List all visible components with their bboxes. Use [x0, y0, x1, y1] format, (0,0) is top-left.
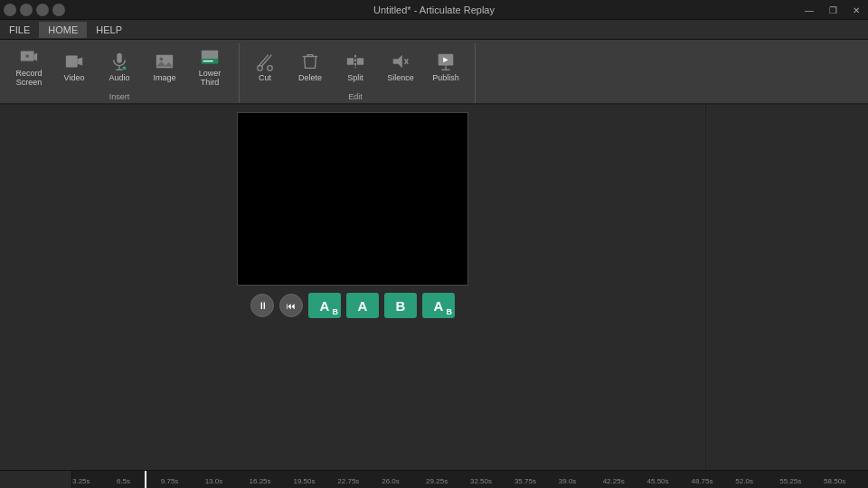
svg-rect-5: [117, 53, 122, 63]
lower-third-button[interactable]: Lower Third: [188, 44, 231, 89]
restore-button[interactable]: ❐: [821, 0, 844, 20]
pause-button[interactable]: ⏸: [250, 294, 274, 317]
video-button[interactable]: Video: [52, 44, 96, 89]
silence-button[interactable]: Silence: [379, 44, 422, 89]
svg-rect-20: [357, 58, 363, 64]
window-icon3: [36, 4, 49, 16]
caption-b-button[interactable]: B: [384, 293, 417, 318]
caption-a-letter-3: A: [434, 298, 444, 314]
split-label: Split: [347, 74, 363, 83]
edit-group-label: Edit: [243, 92, 467, 101]
caption-ab-button-1[interactable]: A B: [308, 293, 341, 318]
svg-point-16: [268, 66, 273, 71]
publish-label: Publish: [432, 74, 459, 83]
time-mark-7: 26.0s: [382, 477, 400, 485]
svg-point-8: [123, 67, 127, 70]
time-mark-0: 3.25s: [72, 477, 90, 485]
close-button[interactable]: ✕: [844, 0, 868, 20]
ribbon-insert-items: Record Screen Video: [7, 43, 231, 90]
image-button[interactable]: Image: [143, 44, 186, 89]
delete-label: Delete: [298, 74, 322, 83]
main-area: ⏸ ⏮ A B A B A B: [0, 105, 868, 470]
insert-group-label: Insert: [7, 92, 231, 101]
lower-third-icon: [199, 46, 221, 68]
rewind-icon: ⏮: [287, 301, 296, 311]
caption-b-sub: B: [333, 307, 339, 316]
delete-button[interactable]: Delete: [288, 44, 332, 89]
audio-button[interactable]: Audio: [98, 44, 141, 89]
caption-a-button[interactable]: A: [346, 293, 379, 318]
ribbon-edit-group: Cut Delete: [240, 43, 476, 103]
time-mark-9: 32.50s: [470, 477, 492, 485]
time-mark-1: 6.5s: [117, 477, 130, 485]
window-title: Untitled* - Articulate Replay: [373, 5, 495, 15]
timeline-ruler[interactable]: 3.25s6.5s9.75s13.0s16.25s19.50s22.75s26.…: [72, 471, 868, 488]
video-label: Video: [64, 74, 85, 83]
playhead[interactable]: [145, 471, 146, 488]
time-mark-3: 13.0s: [205, 477, 223, 485]
timeline-ruler-bar: 3.25s6.5s9.75s13.0s16.25s19.50s22.75s26.…: [0, 470, 868, 488]
svg-marker-1: [34, 53, 38, 61]
svg-marker-22: [393, 55, 402, 69]
pause-icon: ⏸: [258, 300, 268, 311]
time-mark-13: 45.50s: [647, 477, 669, 485]
caption-a-letter-2: A: [358, 298, 368, 314]
cut-button[interactable]: Cut: [243, 44, 287, 89]
ribbon: Record Screen Video: [0, 40, 868, 105]
silence-icon: [390, 51, 411, 72]
playback-controls: ⏸ ⏮ A B A B A B: [250, 293, 455, 318]
menu-help[interactable]: HELP: [87, 22, 131, 38]
time-mark-11: 39.0s: [559, 477, 577, 485]
svg-point-10: [160, 57, 164, 61]
image-label: Image: [153, 74, 175, 83]
publish-button[interactable]: Publish: [424, 44, 467, 89]
caption-b-sub-2: B: [447, 307, 453, 316]
publish-icon: [435, 51, 457, 72]
preview-canvas[interactable]: [237, 112, 468, 286]
record-screen-label: Record Screen: [9, 70, 49, 88]
minimize-button[interactable]: —: [797, 0, 821, 20]
caption-b-letter: B: [396, 298, 406, 314]
svg-rect-19: [347, 58, 354, 64]
ribbon-insert-group: Record Screen Video: [4, 43, 240, 103]
time-mark-5: 19.50s: [293, 477, 315, 485]
ribbon-edit-items: Cut Delete: [243, 43, 467, 90]
time-mark-2: 9.75s: [161, 477, 179, 485]
cut-label: Cut: [259, 74, 271, 83]
menu-file[interactable]: FILE: [0, 22, 39, 38]
window-controls[interactable]: — ❐ ✕: [797, 0, 868, 20]
caption-ab-button-2[interactable]: A B: [422, 293, 455, 318]
time-mark-8: 29.25s: [426, 477, 448, 485]
canvas-area: ⏸ ⏮ A B A B A B: [0, 105, 705, 470]
window-icon4: [52, 4, 65, 16]
right-panel: [705, 105, 868, 470]
time-mark-17: 58.50s: [824, 477, 845, 485]
time-mark-14: 48.75s: [691, 477, 712, 485]
title-bar: Untitled* - Articulate Replay — ❐ ✕: [0, 0, 868, 20]
audio-label: Audio: [108, 74, 129, 83]
svg-point-2: [25, 54, 29, 58]
rewind-button[interactable]: ⏮: [279, 294, 303, 317]
window-buttons: [4, 0, 65, 20]
record-screen-button[interactable]: Record Screen: [7, 44, 51, 89]
svg-marker-4: [78, 57, 83, 65]
window-icon2: [20, 4, 33, 16]
silence-label: Silence: [387, 74, 414, 83]
window-icon: [4, 4, 16, 16]
time-mark-16: 55.25s: [779, 477, 801, 485]
time-mark-6: 22.75s: [337, 477, 359, 485]
image-icon: [154, 51, 175, 72]
time-mark-15: 52.0s: [735, 477, 753, 485]
audio-icon: [108, 51, 130, 72]
video-icon: [63, 51, 85, 72]
split-button[interactable]: Split: [334, 44, 377, 89]
lower-third-label: Lower Third: [190, 70, 230, 88]
cut-icon: [254, 51, 276, 72]
time-mark-12: 42.25s: [603, 477, 625, 485]
menu-home[interactable]: HOME: [39, 22, 87, 38]
caption-a-letter: A: [320, 298, 330, 314]
record-screen-icon: [18, 46, 40, 68]
svg-rect-3: [66, 56, 78, 68]
time-mark-10: 35.75s: [514, 477, 536, 485]
delete-icon: [299, 51, 321, 72]
